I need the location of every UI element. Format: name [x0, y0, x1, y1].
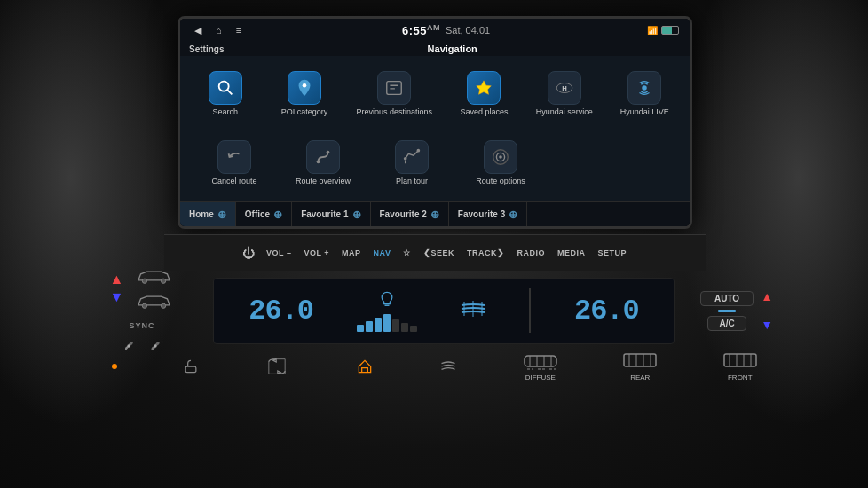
- fav-2-plus: ⊕: [430, 209, 439, 221]
- orange-indicator: [112, 364, 117, 369]
- vent-icon: [460, 298, 486, 324]
- svg-point-21: [162, 303, 166, 308]
- hyundai-live-icon-circle: [627, 71, 661, 105]
- diffuse-btn[interactable]: DIFFUSE: [523, 350, 558, 382]
- svg-point-19: [162, 279, 166, 283]
- saved-label: Saved places: [460, 107, 508, 117]
- nav-item-cancel-route[interactable]: Cancel route: [203, 137, 265, 190]
- menu-icon[interactable]: ≡: [233, 23, 245, 37]
- svg-line-1: [227, 90, 233, 95]
- cancel-route-label: Cancel route: [211, 177, 256, 186]
- fan-seg-2: [366, 321, 373, 332]
- svg-marker-6: [477, 81, 492, 95]
- ac-button[interactable]: A/C: [707, 316, 746, 331]
- fan-seg-7: [410, 326, 417, 332]
- fav-home[interactable]: Home ⊕: [180, 202, 236, 226]
- map-btn[interactable]: MAP: [337, 247, 366, 259]
- svg-rect-32: [624, 354, 656, 366]
- vol-up-btn[interactable]: VOL +: [299, 247, 334, 259]
- settings-label[interactable]: Settings: [189, 44, 224, 54]
- battery-area: 📶: [647, 26, 679, 35]
- diffuse-label: DIFFUSE: [525, 374, 556, 382]
- fav-2[interactable]: Favourite 2 ⊕: [371, 202, 449, 226]
- nav-item-hyundai-service[interactable]: H Hyundai service: [533, 67, 596, 121]
- rear-btn[interactable]: REAR: [622, 350, 658, 382]
- fav-1[interactable]: Favourite 1 ⊕: [292, 202, 370, 226]
- front-btn[interactable]: FRONT: [722, 350, 758, 382]
- ac-circulation[interactable]: [264, 358, 290, 375]
- media-btn[interactable]: MEDIA: [553, 247, 590, 259]
- fan-seg-1: [357, 325, 364, 332]
- plan-tour-label: Plan tour: [396, 177, 428, 186]
- right-temp-down[interactable]: ▼: [761, 318, 773, 332]
- search-icon-circle: [209, 71, 242, 105]
- setup-btn[interactable]: SETUP: [593, 247, 631, 259]
- svg-rect-26: [185, 366, 196, 373]
- right-temp-up[interactable]: ▲: [761, 289, 773, 303]
- fav-office-plus: ⊕: [273, 209, 282, 221]
- front-label: FRONT: [728, 374, 753, 382]
- svg-rect-27: [525, 356, 556, 366]
- nav-item-route-overview[interactable]: Route overview: [292, 137, 354, 190]
- svg-point-17: [499, 155, 502, 159]
- fan-bar: [357, 310, 417, 332]
- fan-seg-6: [401, 323, 408, 332]
- favourites-bar: Home ⊕ Office ⊕ Favourite 1 ⊕ Favourite …: [180, 201, 690, 226]
- nav-btn[interactable]: NAV: [369, 247, 396, 259]
- nav-item-plan-tour[interactable]: Plan tour: [381, 137, 443, 190]
- poi-label: POI category: [281, 107, 328, 117]
- nav-item-poi[interactable]: POI category: [273, 67, 335, 121]
- nav-title: Navigation: [224, 43, 681, 54]
- nav-item-route-options[interactable]: Route options: [470, 137, 532, 190]
- plan-tour-icon: [395, 140, 429, 174]
- svg-point-18: [143, 279, 147, 283]
- nav-item-hyundai-live[interactable]: Hyundai LIVE: [613, 67, 675, 121]
- left-temp-value: 26.0: [249, 295, 313, 327]
- previous-label: Previous destinations: [356, 107, 432, 117]
- hyundai-service-icon-circle: H: [548, 71, 581, 105]
- home-icon[interactable]: ⌂: [212, 23, 225, 37]
- climate-area: ▲ ▼: [80, 266, 790, 355]
- fan-seg-3: [375, 318, 382, 332]
- sync-label: SYNC: [129, 321, 154, 330]
- left-temp-controls: ▲ ▼: [110, 272, 124, 304]
- star-btn[interactable]: ☆: [398, 247, 415, 259]
- track-fwd-btn[interactable]: TRACK❯: [462, 247, 509, 259]
- climate-display: 26.0: [213, 278, 675, 344]
- time-display: 6:55AM: [402, 23, 440, 37]
- fav-3[interactable]: Favourite 3 ⊕: [449, 202, 527, 226]
- orange-dot: [112, 364, 117, 369]
- vol-down-btn[interactable]: VOL –: [262, 247, 296, 259]
- svg-point-10: [317, 161, 320, 164]
- auto-button[interactable]: AUTO: [700, 291, 754, 306]
- defrost-mode[interactable]: [438, 358, 458, 375]
- back-icon[interactable]: ◀: [191, 23, 205, 38]
- nav-item-saved[interactable]: Saved places: [453, 67, 515, 121]
- poi-icon-circle: [288, 71, 321, 105]
- nav-row-1: Search POI category: [185, 59, 684, 129]
- power-icon[interactable]: ⏻: [239, 246, 258, 260]
- fav-1-plus: ⊕: [352, 209, 361, 221]
- left-temp-up[interactable]: ▲: [110, 272, 124, 287]
- nav-item-search[interactable]: Search: [194, 67, 256, 121]
- ac-indicator: [718, 310, 736, 312]
- nav-grid: Search POI category: [180, 56, 690, 201]
- rear-label: REAR: [630, 374, 650, 382]
- car-icon-top: [134, 266, 174, 286]
- nav-item-previous[interactable]: Previous destinations: [352, 67, 436, 121]
- seat-heat-left[interactable]: [182, 358, 200, 375]
- svg-text:H: H: [562, 84, 567, 92]
- left-temp-down[interactable]: ▼: [110, 290, 124, 304]
- main-screen: ◀ ⌂ ≡ 6:55AM Sat, 04.01 📶 Settings Navig…: [178, 16, 692, 229]
- bottom-controls: DIFFUSE REAR FRONT: [80, 346, 790, 387]
- seek-back-btn[interactable]: ❮SEEK: [419, 247, 459, 259]
- wifi-icon: 📶: [647, 26, 658, 35]
- vent-mode[interactable]: [355, 358, 375, 375]
- date-display: Sat, 04.01: [446, 25, 490, 35]
- divider: [529, 288, 531, 333]
- svg-point-20: [143, 303, 147, 308]
- route-options-icon: [484, 140, 517, 174]
- fav-office[interactable]: Office ⊕: [236, 202, 292, 226]
- radio-btn[interactable]: RADIO: [512, 247, 549, 259]
- fav-3-plus: ⊕: [509, 209, 517, 221]
